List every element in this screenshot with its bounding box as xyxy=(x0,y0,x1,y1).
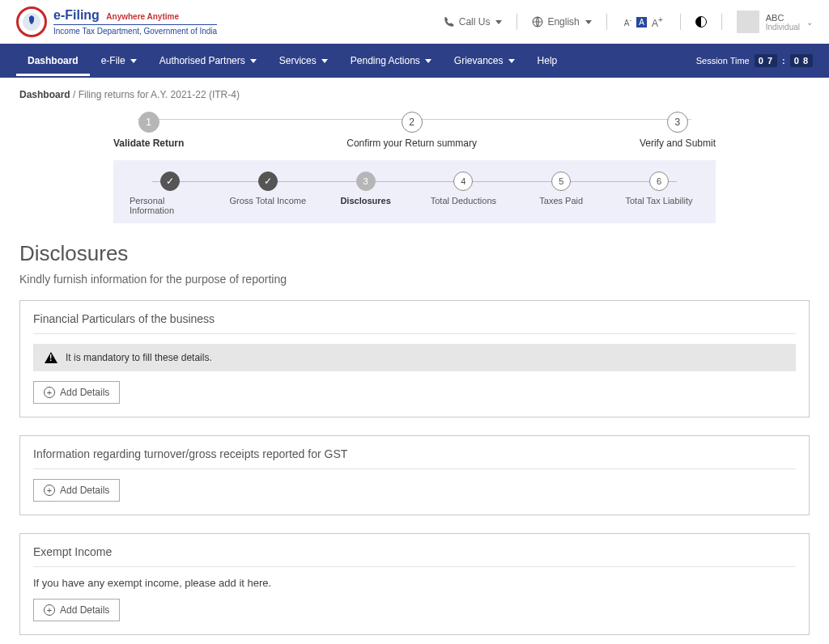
user-type: Individual xyxy=(766,23,800,32)
brand-title: e-Filing xyxy=(53,8,100,22)
language-dropdown[interactable]: English xyxy=(532,16,591,28)
user-name: ABC xyxy=(766,13,800,23)
check-icon xyxy=(264,176,272,187)
chevron-down-icon xyxy=(423,55,432,66)
font-size-control[interactable]: A- A A+ xyxy=(622,15,665,30)
user-menu[interactable]: ABC Individual ⌄ xyxy=(737,11,813,33)
nav-efile[interactable]: e-File xyxy=(90,45,148,76)
step-verify-submit: 3 Verify and Submit xyxy=(640,112,716,149)
step-confirm-summary: 2 Confirm your Return summary xyxy=(346,112,477,149)
nav-authorised-partners[interactable]: Authorised Partners xyxy=(148,45,268,76)
panel-title: Financial Particulars of the business xyxy=(33,312,796,334)
page-subtitle: Kindly furnish information for the purpo… xyxy=(19,273,810,286)
chevron-down-icon xyxy=(584,16,592,28)
main-nav: Dashboard e-File Authorised Partners Ser… xyxy=(0,44,829,78)
chevron-down-icon xyxy=(249,55,257,66)
chevron-down-icon: ⌄ xyxy=(806,18,813,27)
chevron-down-icon xyxy=(129,55,137,66)
brand-subtitle: Income Tax Department, Government of Ind… xyxy=(53,24,217,36)
outer-stepper: 1 Validate Return 2 Confirm your Return … xyxy=(0,108,829,149)
add-details-button[interactable]: + Add Details xyxy=(33,479,120,502)
add-details-button[interactable]: + Add Details xyxy=(33,599,120,621)
check-icon xyxy=(166,176,174,187)
breadcrumb-rest: / Filing returns for A.Y. 2021-22 (ITR-4… xyxy=(73,89,240,100)
brand-tagline: Anywhere Anytime xyxy=(106,12,179,21)
step-validate-return: 1 Validate Return xyxy=(113,112,184,149)
nav-help[interactable]: Help xyxy=(526,45,569,76)
panel-note: If you have any exempt income, please ad… xyxy=(33,577,796,589)
chevron-down-icon xyxy=(507,55,515,66)
breadcrumb: Dashboard / Filing returns for A.Y. 2021… xyxy=(0,78,829,108)
substep-taxes-paid[interactable]: 5 Taxes Paid xyxy=(521,172,602,205)
brand-logo-area: e-Filing Anywhere Anytime Income Tax Dep… xyxy=(16,6,217,37)
session-timer: Session Time 0 7 : 0 8 xyxy=(696,54,813,67)
sub-stepper: Personal Information Gross Total Income … xyxy=(113,160,716,223)
phone-icon xyxy=(444,16,455,28)
contrast-toggle-icon[interactable] xyxy=(695,16,707,28)
top-header: e-Filing Anywhere Anytime Income Tax Dep… xyxy=(0,0,829,44)
substep-personal-info[interactable]: Personal Information xyxy=(130,172,210,215)
warning-icon xyxy=(45,352,57,363)
chevron-down-icon xyxy=(494,16,502,28)
panel-title: Information regarding turnover/gross rec… xyxy=(33,447,796,469)
chevron-down-icon xyxy=(320,55,328,66)
nav-services[interactable]: Services xyxy=(268,45,339,76)
globe-icon xyxy=(532,16,543,28)
substep-gross-income[interactable]: Gross Total Income xyxy=(227,172,308,205)
panel-gst-turnover: Information regarding turnover/gross rec… xyxy=(19,435,810,515)
panel-exempt-income: Exempt Income If you have any exempt inc… xyxy=(19,533,810,635)
nav-dashboard[interactable]: Dashboard xyxy=(16,45,90,76)
breadcrumb-root[interactable]: Dashboard xyxy=(19,89,70,100)
avatar xyxy=(737,11,759,33)
emblem-icon xyxy=(16,6,47,37)
add-details-button[interactable]: + Add Details xyxy=(33,381,120,404)
substep-disclosures[interactable]: 3 Disclosures xyxy=(325,172,406,205)
plus-circle-icon: + xyxy=(44,485,55,496)
substep-total-deductions[interactable]: 4 Total Deductions xyxy=(423,172,504,205)
page-title: Disclosures xyxy=(19,241,810,266)
plus-circle-icon: + xyxy=(44,604,55,616)
panel-title: Exempt Income xyxy=(33,545,796,567)
nav-pending-actions[interactable]: Pending Actions xyxy=(339,45,443,76)
mandatory-alert: It is mandatory to fill these details. xyxy=(33,344,796,371)
call-us-dropdown[interactable]: Call Us xyxy=(444,16,503,28)
panel-financial-particulars: Financial Particulars of the business It… xyxy=(19,300,810,417)
nav-grievances[interactable]: Grievances xyxy=(443,45,526,76)
plus-circle-icon: + xyxy=(44,387,55,398)
substep-total-tax-liability[interactable]: 6 Total Tax Liability xyxy=(619,172,699,205)
